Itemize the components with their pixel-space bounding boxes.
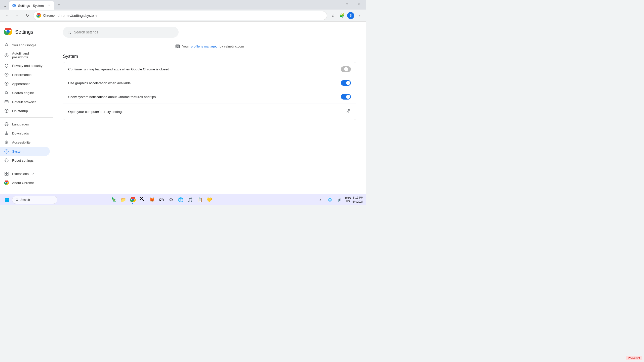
extensions-button[interactable]: 🧩 [338,12,346,20]
taskbar-app-store[interactable]: 🛍 [157,195,166,204]
taskbar-app-edge[interactable]: 🌐 [176,195,185,204]
settings-card: Continue running background apps when Go… [63,62,356,120]
sidebar-label-search-engine: Search engine [12,91,34,95]
accessibility-icon [4,140,9,145]
taskbar-app-yellow[interactable]: 💛 [205,195,214,204]
tab-bar: ▾ Settings - System × + ─ □ ✕ [0,0,366,10]
taskbar-apps: 🦎 📁 ⛏ 🦊 🛍 ⚙ 🌐 🎵 📋 💛 [109,195,214,204]
settings-row-graphics: Use graphics acceleration when available [63,76,356,90]
svg-rect-19 [5,174,6,175]
svg-rect-26 [7,198,9,200]
taskbar-network-icon[interactable]: 🌐 [326,196,334,204]
tab-close-button[interactable]: × [47,3,51,8]
sidebar-item-reset[interactable]: Reset settings [0,156,50,165]
windows-logo-icon [5,197,10,202]
you-and-google-icon [4,42,9,48]
new-tab-button[interactable]: + [55,1,62,8]
background-apps-toggle[interactable] [341,66,351,72]
settings-page-title: Settings [15,29,33,35]
languages-icon [4,122,9,127]
address-bar[interactable]: Chrome [33,11,327,20]
search-bar[interactable] [63,27,179,38]
managed-link[interactable]: profile is managed [191,44,218,48]
external-link-icon [345,109,350,113]
svg-rect-28 [7,200,9,202]
graphics-slider [341,80,351,86]
taskbar-date: 5/4/2024 [352,200,363,204]
taskbar-lang: ENGUS [345,197,351,203]
sidebar-item-appearance[interactable]: Appearance [0,79,50,88]
performance-icon [4,72,9,77]
settings-row-proxy: Open your computer's proxy settings [63,104,356,120]
sidebar-item-extensions[interactable]: Extensions ↗ [0,169,50,178]
managed-text: Your [182,44,189,48]
svg-point-1 [14,5,15,6]
graphics-label: Use graphics acceleration when available [68,81,131,85]
close-button[interactable]: ✕ [353,0,364,8]
taskbar-clock[interactable]: 5:19 PM 5/4/2024 [352,196,363,204]
notifications-slider [341,94,351,100]
forward-button[interactable]: → [13,12,21,20]
taskbar-volume-icon[interactable]: 🔊 [335,196,343,204]
taskbar-chevron-up[interactable]: ∧ [316,196,324,204]
bookmark-button[interactable]: ☆ [329,12,337,20]
search-engine-icon [4,90,9,95]
search-input[interactable] [74,30,175,34]
taskbar-app-folder[interactable]: 🦎 [109,195,118,204]
svg-rect-17 [5,172,6,173]
sidebar-item-default-browser[interactable]: Default browser [0,97,50,106]
taskbar-app-task[interactable]: 📋 [195,195,204,204]
sidebar-label-autofill: Autofill and passwords [12,52,46,59]
sidebar-item-about[interactable]: About Chrome [0,178,50,187]
tab-favicon [12,4,16,8]
sidebar-item-you-and-google[interactable]: You and Google [0,40,50,50]
sidebar-item-accessibility[interactable]: Accessibility [0,138,50,147]
taskbar-app-minecraft[interactable]: ⛏ [138,195,147,204]
sidebar-item-languages[interactable]: Languages [0,120,50,129]
taskbar-search-bar[interactable]: Search [12,196,57,204]
taskbar-app-music[interactable]: 🎵 [186,195,195,204]
sidebar: Settings You and Google Autofill and pas… [0,22,53,194]
external-link-icon: ↗ [32,172,34,175]
sidebar-label-extensions: Extensions [12,172,29,176]
svg-rect-10 [5,101,8,103]
svg-point-8 [6,83,7,84]
proxy-external-link[interactable] [344,108,351,116]
maximize-button[interactable]: □ [341,0,353,8]
sidebar-label-reset: Reset settings [12,159,34,162]
search-icon [67,30,71,34]
start-button[interactable] [3,196,11,204]
notifications-toggle[interactable] [341,94,351,100]
profile-avatar[interactable]: S [347,12,354,19]
tab-list-button[interactable]: ▾ [2,4,8,10]
settings-row-background-apps: Continue running background apps when Go… [63,62,356,76]
sidebar-item-search-engine[interactable]: Search engine [0,88,50,97]
sidebar-item-privacy[interactable]: Privacy and security [0,61,50,70]
sidebar-label-accessibility: Accessibility [12,141,31,144]
taskbar-app-files[interactable]: 📁 [119,195,128,204]
taskbar-app-chrome[interactable] [128,195,137,204]
sidebar-label-performance: Performance [12,73,31,77]
sidebar-item-performance[interactable]: Performance [0,70,50,79]
taskbar-app-firefox[interactable]: 🦊 [147,195,156,204]
sidebar-item-on-startup[interactable]: On startup [0,106,50,115]
extensions-sidebar-icon [4,171,9,176]
settings-header: Settings [0,26,53,40]
active-tab[interactable]: Settings - System × [9,1,54,10]
svg-rect-27 [5,200,7,202]
sidebar-label-appearance: Appearance [12,82,30,86]
graphics-toggle[interactable] [341,80,351,86]
sidebar-item-system[interactable]: System [0,147,50,156]
sidebar-item-autofill[interactable]: Autofill and passwords [0,50,50,61]
sidebar-item-downloads[interactable]: Downloads [0,129,50,138]
svg-rect-20 [7,174,8,175]
taskbar-app-settings[interactable]: ⚙ [167,195,176,204]
reload-button[interactable]: ↻ [23,12,31,20]
minimize-button[interactable]: ─ [330,0,341,8]
address-input[interactable] [58,14,324,18]
back-button[interactable]: ← [3,12,11,20]
menu-button[interactable]: ⋮ [355,12,363,20]
sidebar-label-downloads: Downloads [12,131,29,135]
notifications-label: Show system notifications about Chrome f… [68,95,156,99]
managed-icon [175,44,180,49]
